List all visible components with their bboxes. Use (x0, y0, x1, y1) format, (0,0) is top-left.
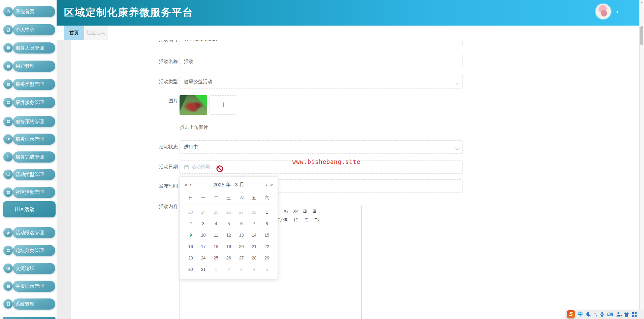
weekday-label: 一 (197, 193, 210, 204)
activity-type-select[interactable]: 健康公益活动 (180, 75, 463, 88)
sidebar-item-service-types[interactable]: 服务类型管理 (13, 79, 55, 90)
sidebar-item-completions[interactable]: 服务完成管理 (13, 151, 55, 163)
year-select-button[interactable]: 2025 年 (213, 182, 231, 187)
next-year-button[interactable]: » (270, 182, 273, 187)
sidebar-item-label: 社区活动管理 (15, 189, 44, 196)
calendar-day[interactable]: 11 (210, 229, 222, 241)
calendar-day[interactable]: 26 (222, 207, 235, 218)
tab-home[interactable]: 首页 (64, 26, 84, 40)
calendar-day[interactable]: 30 (184, 264, 197, 275)
sidebar-item-system[interactable]: 系统管理 (13, 298, 55, 310)
sidebar-item-reports[interactable]: 举报记录管理 (13, 281, 55, 292)
sidebar-item-label: 服务完成管理 (15, 154, 44, 160)
activity-code-input[interactable]: 1741504288897 (180, 40, 463, 46)
calendar-day[interactable]: 22 (260, 241, 273, 252)
scrollbar-thumb[interactable] (640, 26, 643, 45)
sogou-logo[interactable]: S (567, 310, 575, 318)
grid-icon (3, 117, 13, 126)
field-label-publish-time: 发布时间 (134, 183, 178, 189)
sidebar-item-users[interactable]: 用户管理 (13, 61, 55, 72)
calendar-day[interactable]: 15 (260, 229, 273, 241)
calendar-day[interactable]: 5 (260, 264, 273, 275)
calendar-day[interactable]: 3 (235, 264, 248, 275)
activity-status-select[interactable]: 进行中 (180, 140, 463, 154)
sidebar-item-profile[interactable]: 个人中心 (13, 24, 55, 35)
clear-format-button[interactable]: Tx (315, 217, 319, 222)
outdent-icon[interactable] (303, 209, 307, 213)
sidebar-item-signups[interactable]: 活动报名管理 (13, 227, 55, 238)
upload-image-button[interactable]: + (210, 95, 237, 115)
calendar-day[interactable]: 25 (210, 207, 222, 218)
skin-icon[interactable] (624, 312, 629, 317)
tab-community-activity[interactable]: 社区活动 (84, 26, 108, 40)
sidebar-item-community-activity[interactable]: 社区活动 (3, 201, 56, 217)
avatar[interactable] (595, 4, 611, 19)
sidebar-item-home[interactable]: 系统首页 (13, 6, 55, 17)
sidebar-item-forum-categories[interactable]: 论坛分类管理 (13, 245, 55, 256)
calendar-day[interactable]: 20 (235, 241, 248, 252)
calendar-day[interactable]: 3 (197, 218, 210, 229)
sidebar-item-partial[interactable] (3, 317, 56, 319)
calendar-day[interactable]: 23 (184, 252, 197, 264)
calendar-day[interactable]: 13 (235, 229, 248, 241)
account-icon[interactable]: 17 (616, 312, 621, 317)
calendar-day[interactable]: 1 (260, 207, 273, 218)
indent-icon[interactable] (312, 209, 317, 213)
calendar-day[interactable]: 25 (210, 252, 222, 264)
punctuation-icon[interactable]: °, (594, 312, 597, 317)
calendar-day[interactable]: 18 (210, 241, 222, 252)
calendar-day[interactable]: 24 (197, 252, 210, 264)
sidebar-item-activity-types[interactable]: 活动类型管理 (13, 169, 55, 180)
sidebar-item-staff[interactable]: 服务人员管理 (13, 42, 55, 54)
align-left-icon[interactable] (304, 218, 309, 222)
chinese-mode-button[interactable]: 中 (578, 311, 583, 318)
calendar-day[interactable]: 26 (222, 252, 235, 264)
calendar-day[interactable]: 2 (222, 264, 235, 275)
calendar-day[interactable]: 19 (222, 241, 235, 252)
activity-name-input[interactable]: 活动 (180, 55, 463, 68)
calendar-day[interactable]: 21 (248, 241, 261, 252)
calendar-day[interactable]: 5 (222, 218, 235, 229)
calendar-day[interactable]: 12 (222, 229, 235, 241)
uploaded-image-thumbnail[interactable] (180, 95, 207, 115)
calendar-day[interactable]: 4 (210, 218, 222, 229)
field-label-activity-type: 活动类型 (134, 79, 178, 85)
calendar-day[interactable]: 16 (184, 241, 197, 252)
month-select-button[interactable]: 3 月 (235, 182, 245, 187)
sidebar-item-forum[interactable]: 交流论坛 (13, 263, 55, 274)
calendar-day[interactable]: 31 (197, 264, 210, 275)
line-height-icon[interactable] (294, 218, 298, 222)
scroll-up-arrow-icon[interactable]: ▲ (640, 1, 644, 4)
calendar-day-today[interactable]: 9 (184, 229, 197, 241)
next-month-button[interactable]: › (266, 182, 268, 187)
calendar-day[interactable]: 17 (197, 241, 210, 252)
night-mode-icon[interactable] (586, 312, 591, 317)
subscript-button[interactable]: X₂ (284, 209, 288, 214)
vertical-scrollbar[interactable]: ▲ (639, 0, 644, 319)
calendar-day[interactable]: 14 (248, 229, 261, 241)
sidebar-item-community-mgmt[interactable]: 社区活动管理 (13, 187, 55, 198)
calendar-day[interactable]: 8 (260, 218, 273, 229)
calendar-day[interactable]: 10 (197, 229, 210, 241)
toolbox-icon[interactable] (632, 312, 637, 317)
calendar-day[interactable]: 2 (184, 218, 197, 229)
sidebar-item-care-services[interactable]: 康养服务管理 (13, 97, 55, 108)
calendar-day[interactable]: 27 (235, 207, 248, 218)
calendar-day[interactable]: 28 (248, 252, 261, 264)
calendar-day[interactable]: 24 (197, 207, 210, 218)
sidebar-item-bookings[interactable]: 服务预约管理 (13, 116, 55, 127)
chevron-down-icon[interactable]: ▾ (616, 9, 618, 14)
calendar-day[interactable]: 29 (260, 252, 273, 264)
calendar-day[interactable]: 1 (210, 264, 222, 275)
calendar-day[interactable]: 27 (235, 252, 248, 264)
calendar-day[interactable]: 7 (248, 218, 261, 229)
sidebar-item-records[interactable]: 服务记录管理 (13, 134, 55, 145)
keyboard-icon[interactable] (607, 312, 613, 317)
calendar-day[interactable]: 4 (248, 264, 261, 275)
superscript-button[interactable]: X² (293, 209, 298, 214)
sidebar-item-label: 活动报名管理 (15, 230, 44, 236)
calendar-day[interactable]: 23 (184, 207, 197, 218)
calendar-day[interactable]: 28 (248, 207, 261, 218)
calendar-day[interactable]: 6 (235, 218, 248, 229)
microphone-icon[interactable] (600, 312, 605, 317)
